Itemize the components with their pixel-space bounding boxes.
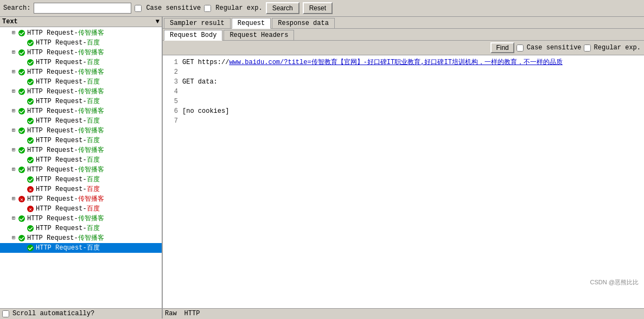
tree-item[interactable]: ⊞HTTP Request-传智播客: [0, 165, 162, 175]
tree-item-label-normal: HTTP Request-: [27, 68, 78, 76]
tree-item-label-colored: 百度: [87, 137, 100, 144]
status-red-icon: ✕: [17, 195, 26, 203]
expand-icon[interactable]: ⊞: [10, 48, 17, 57]
line-number: 1: [165, 58, 178, 67]
status-green-icon: [17, 107, 26, 116]
find-button[interactable]: Find: [490, 42, 514, 53]
tree-item-label-normal: HTTP Request-: [36, 117, 87, 125]
tree-item[interactable]: HTTP Request-百度: [0, 155, 162, 165]
tree-item-label-colored: 传智播客: [78, 127, 104, 135]
left-panel-dropdown-icon[interactable]: ▼: [156, 18, 160, 25]
tree-item[interactable]: ⊞HTTP Request-传智播客: [0, 48, 162, 58]
search-button[interactable]: Search: [266, 2, 299, 14]
search-input[interactable]: [34, 3, 131, 14]
code-text: GET https://: [182, 59, 229, 66]
code-url[interactable]: www.baidu.com/?title=传智教育【官网】-好口碑IT职业教育,…: [229, 59, 562, 66]
tree-item-label-colored: 传智播客: [78, 234, 104, 242]
right-bottom-bar: RawHTTP: [163, 308, 644, 318]
sub-tab-request-body[interactable]: Request Body: [164, 30, 222, 41]
tree-item[interactable]: ⊞HTTP Request-传智播客: [0, 87, 162, 97]
expand-icon[interactable]: ⊞: [10, 126, 17, 135]
expand-icon[interactable]: ⊞: [10, 87, 17, 96]
tree-item-label-colored: 百度: [87, 78, 100, 86]
main-tab-sampler-result[interactable]: Sampler result: [164, 18, 231, 28]
tree-item[interactable]: ✕HTTP Request-百度: [0, 204, 162, 214]
regular-exp-checkbox[interactable]: [204, 5, 211, 12]
case-sensitive-label: Case sensitive: [146, 4, 201, 12]
sub-tab-bar: Request BodyRequest Headers: [163, 29, 644, 41]
scroll-auto-checkbox[interactable]: [2, 310, 9, 317]
expand-icon[interactable]: ⊞: [10, 107, 17, 116]
tree-item-label: HTTP Request-百度: [36, 224, 100, 233]
main-tab-request[interactable]: Request: [232, 18, 271, 29]
svg-point-12: [18, 147, 25, 154]
svg-point-1: [27, 40, 34, 46]
svg-point-7: [27, 98, 34, 105]
tree-item-label-normal: HTTP Request-: [27, 166, 78, 174]
tree-item-label-normal: HTTP Request-: [36, 98, 87, 105]
tree-item-label-normal: HTTP Request-: [36, 186, 87, 193]
tree-item[interactable]: HTTP Request-百度: [0, 175, 162, 184]
case-sensitive-checkbox[interactable]: [135, 5, 142, 12]
expand-icon[interactable]: ⊞: [10, 68, 17, 76]
tree-item[interactable]: HTTP Request-百度: [0, 58, 162, 67]
svg-point-23: [27, 225, 34, 232]
tree-item-label-colored: 百度: [87, 117, 100, 125]
tree-item-label: HTTP Request-传智播客: [27, 68, 104, 76]
left-panel: Text ▼ ⊞HTTP Request-传智播客HTTP Request-百度…: [0, 17, 163, 318]
main-tab-response-data[interactable]: Response data: [272, 18, 335, 28]
tree-item[interactable]: HTTP Request-百度: [0, 77, 162, 87]
code-line: 7: [165, 116, 642, 126]
sub-tab-request-headers[interactable]: Request Headers: [224, 30, 294, 40]
code-text: [no cookies]: [182, 107, 229, 115]
svg-text:✕: ✕: [29, 187, 32, 193]
tree-item[interactable]: HTTP Request-百度: [0, 224, 162, 233]
tree-item[interactable]: HTTP Request-百度: [0, 97, 162, 106]
tree-item-label: HTTP Request-百度: [36, 156, 100, 164]
tree-item-label-colored: 百度: [87, 39, 100, 47]
bottom-tab-raw[interactable]: Raw: [165, 310, 177, 317]
tree-item[interactable]: ⊞HTTP Request-传智播客: [0, 106, 162, 116]
tree-item-label: HTTP Request-传智播客: [27, 195, 104, 203]
tree-item[interactable]: ⊞HTTP Request-传智播客: [0, 233, 162, 243]
tree-item[interactable]: ⊞✕HTTP Request-传智播客: [0, 194, 162, 204]
tree-item[interactable]: HTTP Request-百度: [0, 116, 162, 126]
tree-item[interactable]: ⊞HTTP Request-传智播客: [0, 145, 162, 155]
tree-item-label-normal: HTTP Request-: [36, 244, 87, 252]
tree-item[interactable]: ⊞HTTP Request-传智播客: [0, 214, 162, 224]
status-green-icon: [26, 224, 35, 233]
expand-icon[interactable]: ⊞: [10, 214, 17, 223]
code-line: 5: [165, 97, 642, 106]
tree-item[interactable]: ⊞HTTP Request-传智播客: [0, 126, 162, 136]
status-green-icon: [26, 78, 35, 86]
tree-item-label-colored: 百度: [87, 59, 100, 66]
find-regular-exp-checkbox[interactable]: [584, 44, 591, 52]
expand-icon[interactable]: ⊞: [10, 29, 17, 37]
tree-item[interactable]: HTTP Request-百度: [0, 38, 162, 48]
tree-item[interactable]: HTTP Request-百度: [0, 136, 162, 145]
expand-icon[interactable]: ⊞: [10, 165, 17, 174]
status-green-icon: [17, 87, 26, 96]
svg-point-24: [18, 235, 25, 241]
tree-item-label: HTTP Request-传智播客: [27, 29, 104, 37]
code-content-area: 1GET https://www.baidu.com/?title=传智教育【官…: [163, 55, 644, 308]
scroll-auto-label: Scroll automatically?: [12, 310, 94, 317]
expand-icon[interactable]: ⊞: [10, 234, 17, 243]
main-tab-bar: Sampler resultRequestResponse data: [163, 17, 644, 29]
tree-item[interactable]: HTTP Request-百度: [0, 243, 162, 253]
tree-item-label-colored: 百度: [87, 205, 100, 213]
svg-point-3: [27, 59, 34, 66]
find-case-sensitive-checkbox[interactable]: [517, 44, 524, 52]
expand-icon[interactable]: ⊞: [10, 146, 17, 155]
tree-item[interactable]: ✕HTTP Request-百度: [0, 184, 162, 194]
expand-icon[interactable]: ⊞: [10, 195, 17, 203]
tree-item-label-normal: HTTP Request-: [36, 59, 87, 66]
tree-item-label-colored: 百度: [87, 225, 100, 232]
tree-item[interactable]: ⊞HTTP Request-传智播客: [0, 67, 162, 77]
find-bar: Find Case sensitive Regular exp.: [163, 41, 644, 55]
reset-button[interactable]: Reset: [303, 2, 333, 14]
tree-item[interactable]: ⊞HTTP Request-传智播客: [0, 28, 162, 38]
bottom-tab-http[interactable]: HTTP: [184, 310, 200, 317]
tree-item-label-colored: 百度: [87, 186, 100, 193]
tree-item-label-normal: HTTP Request-: [27, 127, 78, 135]
